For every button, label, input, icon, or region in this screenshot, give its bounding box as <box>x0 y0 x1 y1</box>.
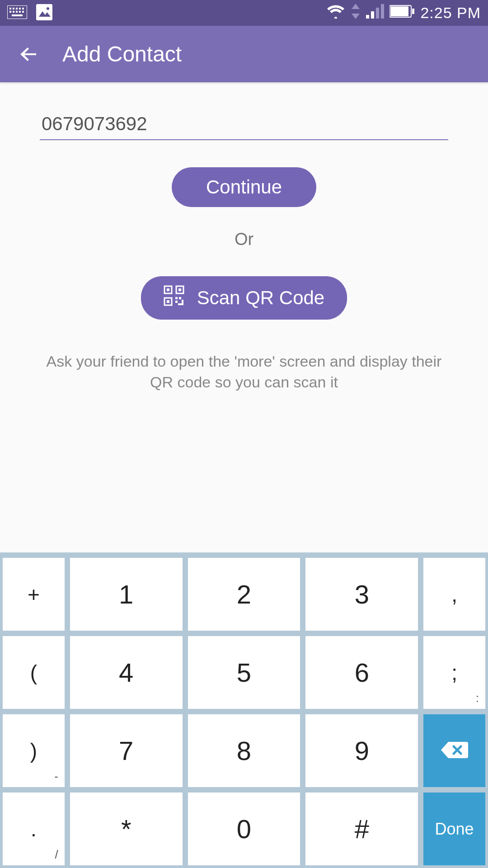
page-title: Add Contact <box>62 42 182 66</box>
key-.[interactable]: ./ <box>3 793 65 865</box>
key-label: . <box>31 817 37 841</box>
svg-rect-32 <box>175 301 178 303</box>
key-label: ( <box>30 660 37 685</box>
key-3[interactable]: 3 <box>305 558 418 631</box>
key-label: 4 <box>119 657 133 688</box>
svg-marker-15 <box>352 4 360 9</box>
svg-rect-5 <box>22 8 24 9</box>
backspace-icon <box>440 736 469 766</box>
svg-rect-1 <box>9 8 11 9</box>
key-5[interactable]: 5 <box>188 636 300 709</box>
key-label: 2 <box>237 579 251 609</box>
key-sublabel: : <box>476 691 479 705</box>
data-arrows-icon <box>351 4 361 23</box>
svg-rect-12 <box>36 4 52 20</box>
key-sublabel: / <box>55 848 58 862</box>
scan-qr-button[interactable]: Scan QR Code <box>141 276 347 320</box>
key-label: 5 <box>237 657 251 688</box>
keyboard-row: )-789 <box>3 714 485 787</box>
svg-rect-33 <box>182 300 183 305</box>
status-time: 2:25 PM <box>420 4 481 22</box>
svg-rect-18 <box>371 11 374 19</box>
wifi-icon <box>326 4 345 22</box>
key-9[interactable]: 9 <box>305 714 418 787</box>
main-content: Continue Or Scan QR Code Ask your friend… <box>0 82 488 552</box>
svg-rect-29 <box>167 300 169 303</box>
key-0[interactable]: 0 <box>188 793 300 865</box>
key-sublabel: - <box>54 769 58 783</box>
svg-rect-17 <box>366 15 369 19</box>
key-label: 6 <box>355 657 369 688</box>
key-1[interactable]: 1 <box>70 558 183 631</box>
key-6[interactable]: 6 <box>305 636 418 709</box>
key-label: * <box>121 814 131 844</box>
signal-icon <box>366 4 384 22</box>
key-label: ) <box>30 739 37 763</box>
svg-rect-7 <box>13 11 14 13</box>
svg-rect-30 <box>175 297 178 299</box>
svg-rect-6 <box>9 11 11 13</box>
battery-icon <box>389 4 415 22</box>
key-+[interactable]: + <box>3 558 65 631</box>
keyboard-row: ./*0#Done <box>3 793 485 865</box>
key-4[interactable]: 4 <box>70 636 183 709</box>
key-label: + <box>28 582 40 607</box>
key-;[interactable]: ;: <box>423 636 485 709</box>
key-label: # <box>355 814 369 844</box>
svg-rect-20 <box>381 4 384 19</box>
back-arrow-icon[interactable] <box>18 43 40 65</box>
key-label: 8 <box>237 736 251 766</box>
svg-rect-23 <box>412 9 414 14</box>
status-bar: 2:25 PM <box>0 0 488 26</box>
image-indicator-icon <box>35 3 53 23</box>
svg-rect-4 <box>19 8 21 9</box>
svg-rect-2 <box>13 8 14 9</box>
status-left <box>7 3 53 23</box>
svg-rect-25 <box>167 288 169 291</box>
keyboard-row: (456;: <box>3 636 485 709</box>
key-*[interactable]: * <box>70 793 183 865</box>
app-bar: Add Contact <box>0 26 488 82</box>
svg-rect-34 <box>178 303 182 305</box>
svg-rect-3 <box>16 8 18 9</box>
key-2[interactable]: 2 <box>188 558 300 631</box>
scan-qr-label: Scan QR Code <box>197 287 324 309</box>
continue-label: Continue <box>206 176 282 198</box>
key-7[interactable]: 7 <box>70 714 183 787</box>
continue-button[interactable]: Continue <box>172 167 316 207</box>
svg-marker-16 <box>352 14 360 19</box>
svg-point-14 <box>47 7 49 10</box>
status-right: 2:25 PM <box>326 4 481 23</box>
key-8[interactable]: 8 <box>188 714 300 787</box>
soft-keyboard: +123,(456;:)-789./*0#Done <box>0 552 488 868</box>
key-label: 7 <box>119 736 133 766</box>
key-label: 0 <box>237 814 251 844</box>
qr-code-icon <box>164 285 184 311</box>
svg-rect-9 <box>19 11 21 13</box>
svg-rect-11 <box>12 14 23 16</box>
svg-rect-10 <box>22 11 24 13</box>
or-label: Or <box>235 230 253 249</box>
svg-rect-19 <box>376 8 379 19</box>
key-label: , <box>451 582 457 607</box>
key-)[interactable]: )- <box>3 714 65 787</box>
key-([interactable]: ( <box>3 636 65 709</box>
key-backspace[interactable] <box>423 714 485 787</box>
svg-rect-8 <box>16 11 18 13</box>
key-label: 1 <box>119 579 133 609</box>
key-label: 9 <box>355 736 369 766</box>
keyboard-indicator-icon <box>7 5 27 21</box>
hint-text: Ask your friend to open the 'more' scree… <box>45 351 443 393</box>
key-label: ; <box>451 660 457 685</box>
keyboard-row: +123, <box>3 558 485 631</box>
key-done[interactable]: Done <box>423 793 485 865</box>
svg-rect-27 <box>178 288 181 291</box>
svg-rect-31 <box>179 297 181 299</box>
key-#[interactable]: # <box>305 793 418 865</box>
key-,[interactable]: , <box>423 558 485 631</box>
svg-rect-22 <box>390 6 408 16</box>
phone-number-input[interactable] <box>40 109 448 140</box>
key-label: 3 <box>355 579 369 609</box>
